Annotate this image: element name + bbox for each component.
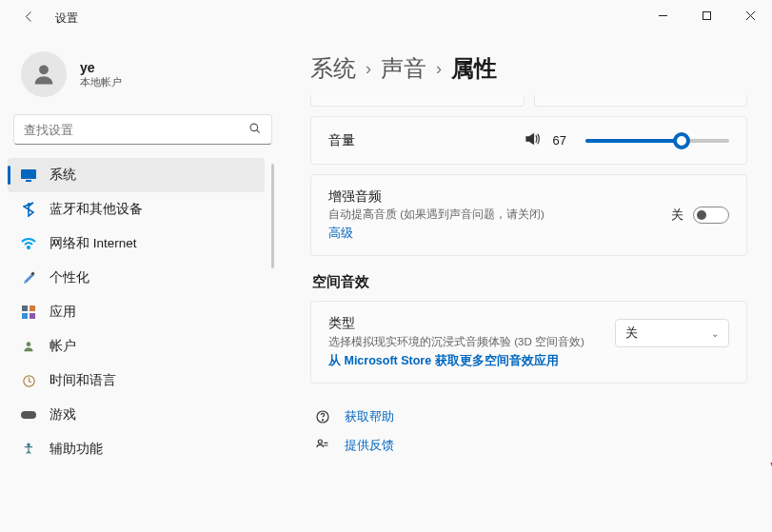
brush-icon	[21, 270, 36, 286]
close-button[interactable]	[728, 0, 772, 30]
sidebar-item-time-language[interactable]: 时间和语言	[8, 364, 265, 398]
get-help-link[interactable]: 获取帮助	[314, 408, 747, 425]
feedback-icon	[314, 438, 331, 453]
svg-point-15	[27, 342, 31, 346]
sidebar-item-label: 应用	[49, 304, 76, 321]
annotation-arrow	[762, 379, 772, 474]
user-name: ye	[80, 60, 122, 75]
svg-rect-7	[21, 169, 36, 179]
sidebar-item-label: 帐户	[49, 338, 76, 355]
sidebar-item-label: 辅助功能	[49, 441, 103, 458]
svg-line-6	[257, 129, 260, 132]
enhance-advanced-link[interactable]: 高级	[328, 226, 353, 242]
svg-rect-8	[26, 180, 31, 182]
card-partial	[534, 95, 748, 107]
maximize-button[interactable]	[684, 0, 728, 30]
svg-rect-11	[22, 305, 28, 311]
accessibility-icon	[21, 442, 36, 457]
enhance-audio-card: 增强音频 自动提高音质 (如果遇到声音问题，请关闭) 高级 关	[310, 174, 747, 256]
svg-point-5	[250, 124, 258, 131]
svg-rect-1	[703, 11, 710, 19]
sidebar-item-label: 个性化	[49, 269, 89, 286]
chevron-right-icon: ›	[366, 59, 371, 79]
breadcrumb-properties: 属性	[451, 53, 497, 84]
sidebar-item-network[interactable]: 网络和 Internet	[8, 227, 265, 261]
wifi-icon	[21, 236, 36, 251]
clock-globe-icon	[21, 373, 36, 388]
spatial-type-title: 类型	[328, 315, 600, 332]
svg-rect-13	[22, 313, 28, 319]
sidebar-item-personalization[interactable]: 个性化	[8, 261, 265, 295]
svg-rect-14	[30, 313, 35, 319]
svg-point-4	[39, 65, 49, 74]
apps-icon	[21, 305, 36, 320]
sidebar-item-label: 时间和语言	[49, 372, 116, 389]
volume-value: 67	[553, 133, 574, 148]
user-subtitle: 本地帐户	[80, 75, 122, 89]
help-icon	[314, 409, 331, 424]
search-input[interactable]	[24, 123, 248, 137]
svg-rect-12	[30, 305, 35, 311]
sidebar-item-label: 系统	[49, 167, 76, 184]
sidebar-item-system[interactable]: 系统	[8, 158, 265, 192]
breadcrumb: 系统 › 声音 › 属性	[310, 53, 747, 84]
svg-point-21	[318, 440, 322, 443]
bluetooth-icon	[21, 202, 36, 217]
minimize-button[interactable]	[641, 0, 684, 30]
sidebar-item-bluetooth[interactable]: 蓝牙和其他设备	[8, 192, 265, 227]
sidebar-item-accounts[interactable]: 帐户	[8, 329, 265, 364]
sidebar-item-label: 网络和 Internet	[49, 235, 137, 252]
window-title: 设置	[55, 10, 78, 27]
breadcrumb-system[interactable]: 系统	[310, 53, 356, 84]
sidebar-item-gaming[interactable]: 游戏	[8, 398, 265, 432]
avatar	[21, 51, 67, 97]
svg-rect-17	[21, 411, 36, 419]
account-icon	[21, 339, 36, 354]
speaker-icon[interactable]	[523, 130, 542, 150]
volume-card: 音量 67	[310, 116, 747, 165]
spatial-type-card: 类型 选择模拟现实环境的沉浸式音频体验 (3D 空间音效) 从 Microsof…	[310, 301, 747, 384]
enhance-title: 增强音频	[328, 188, 671, 206]
spatial-type-dropdown[interactable]: 关 ⌄	[615, 319, 729, 347]
breadcrumb-sound[interactable]: 声音	[381, 53, 426, 84]
enhance-toggle[interactable]	[693, 207, 729, 224]
svg-point-9	[28, 246, 30, 248]
spatial-store-link[interactable]: 从 Microsoft Store 获取更多空间音效应用	[328, 353, 559, 369]
gaming-icon	[21, 407, 36, 423]
svg-point-20	[322, 420, 323, 421]
chevron-down-icon: ⌄	[711, 328, 719, 339]
search-icon	[248, 122, 262, 138]
svg-point-18	[28, 443, 30, 445]
user-profile[interactable]: ye 本地帐户	[8, 44, 278, 112]
sidebar-item-label: 游戏	[49, 406, 76, 424]
dropdown-selected: 关	[625, 325, 638, 342]
chevron-right-icon: ›	[436, 59, 442, 79]
sidebar-item-accessibility[interactable]: 辅助功能	[8, 432, 265, 466]
spatial-section-title: 空间音效	[312, 273, 747, 291]
spatial-type-desc: 选择模拟现实环境的沉浸式音频体验 (3D 空间音效)	[328, 334, 600, 349]
search-box[interactable]	[13, 114, 272, 145]
enhance-desc: 自动提高音质 (如果遇到声音问题，请关闭)	[328, 207, 671, 222]
sidebar-scrollbar[interactable]	[271, 164, 274, 268]
sidebar-item-apps[interactable]: 应用	[8, 295, 265, 329]
system-icon	[21, 167, 36, 183]
card-partial	[310, 95, 525, 107]
back-button[interactable]	[17, 10, 40, 27]
volume-label: 音量	[328, 132, 355, 149]
volume-slider[interactable]	[585, 139, 730, 143]
feedback-link[interactable]: 提供反馈	[314, 437, 747, 454]
toggle-label: 关	[671, 207, 683, 224]
sidebar-item-label: 蓝牙和其他设备	[49, 201, 143, 218]
